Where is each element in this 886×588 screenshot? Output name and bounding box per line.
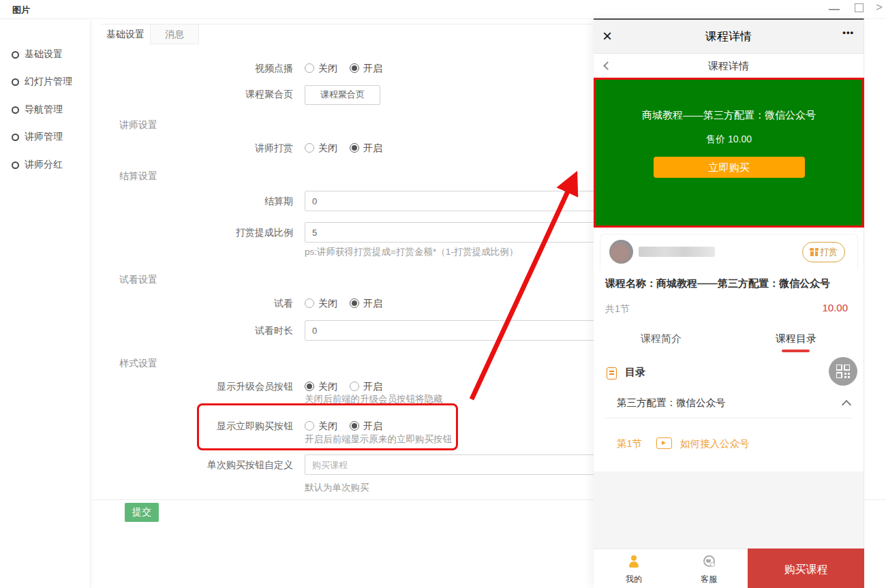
field-label: 显示升级会员按钮 (41, 376, 293, 397)
upgrade-button-note: 关闭后前端的升级会员按钮将隐藏 (305, 392, 443, 406)
sidebar-item-label: 导航管理 (25, 104, 63, 114)
minimize-icon[interactable] (829, 9, 840, 10)
page-navbar: 课程详情 (594, 55, 864, 78)
circle-icon (12, 106, 19, 114)
course-banner: 商城教程——第三方配置：微信公众号 售价 10.00 立即购买 (596, 80, 862, 226)
circle-icon (12, 51, 19, 59)
maximize-icon[interactable] (855, 3, 864, 12)
qrcode-button[interactable] (829, 357, 857, 386)
submit-button[interactable]: 提交 (125, 503, 159, 522)
radio-label: 开启 (363, 420, 382, 431)
tab-course-intro[interactable]: 课程简介 (594, 330, 729, 347)
radio-label: 开启 (363, 298, 382, 309)
radio-label: 开启 (363, 381, 382, 392)
blurred-username (639, 247, 715, 257)
qrcode-icon (836, 365, 850, 378)
course-name: 课程名称：商城教程——第三方配置：微信公众号 (605, 277, 830, 290)
circle-icon (12, 134, 19, 141)
content-tabstrip: 基础设置 消息 (101, 24, 592, 44)
circle-icon (12, 78, 19, 86)
tabbar-label: 我的 (610, 574, 658, 585)
radio-upgrade-off[interactable] (305, 382, 314, 391)
chapter-divider (605, 418, 853, 418)
tabbar-item-service[interactable]: 客服 (685, 549, 733, 588)
lesson-number: 第1节 (617, 437, 642, 450)
radio-reward-on[interactable] (350, 143, 359, 153)
radio-label: 关闭 (318, 63, 337, 74)
radio-buynow-off[interactable] (305, 421, 314, 431)
radio-upgrade-on[interactable] (350, 382, 359, 391)
content-spacer (594, 471, 864, 548)
radio-video-on[interactable] (350, 63, 359, 73)
radio-label: 关闭 (318, 142, 337, 153)
more-icon[interactable]: ••• (842, 27, 854, 37)
chapter-row[interactable]: 第三方配置：微信公众号 (594, 393, 864, 415)
active-tab-underline (782, 350, 810, 352)
buy-button-note: 开启后前端显示原来的立即购买按钮 (305, 433, 452, 446)
tab-basic-settings[interactable]: 基础设置 (101, 25, 150, 44)
wechat-titlebar: × 课程详情 ••• (594, 20, 864, 54)
wechat-title: 课程详情 (594, 20, 864, 54)
radio-reward-off[interactable] (305, 143, 314, 153)
chevron-right-icon[interactable]: > (876, 1, 883, 14)
avatar (609, 240, 633, 264)
phone-tabbar: 我的 客服 购买课程 (594, 548, 864, 588)
field-label: 试看 (41, 293, 293, 313)
banner-course-title: 商城教程——第三方配置：微信公众号 (596, 109, 862, 122)
tabbar-item-mine[interactable]: 我的 (610, 549, 658, 588)
field-label: 显示立即购买按钮 (41, 416, 293, 436)
banner-price: 售价 10.00 (596, 134, 862, 146)
aggregation-page-button[interactable]: 课程聚合页 (305, 85, 380, 105)
section-style-settings: 样式设置 (119, 353, 157, 373)
purchase-course-button[interactable]: 购买课程 (748, 548, 864, 588)
lesson-row[interactable]: 第1节 如何接入公众号 (594, 433, 864, 456)
section-settlement-settings: 结算设置 (119, 166, 157, 186)
radio-label: 关闭 (318, 420, 337, 431)
tab-message[interactable]: 消息 (150, 25, 199, 44)
banner-highlight-box: 商城教程——第三方配置：微信公众号 售价 10.00 立即购买 (594, 78, 864, 228)
page-title: 图片 (12, 4, 30, 16)
teacher-card: 打赏 (600, 234, 858, 270)
user-icon (628, 555, 639, 569)
radio-trial-off[interactable] (305, 298, 314, 308)
reward-ratio-note: ps:讲师获得打赏提成=打赏金额*（1-打赏提成比例） (305, 245, 518, 259)
section-teacher-settings: 讲师设置 (119, 114, 157, 135)
reward-button[interactable]: 打赏 (802, 242, 845, 262)
course-price: 10.00 (822, 302, 848, 313)
field-label: 视频点播 (41, 58, 293, 78)
lesson-count: 共1节 (605, 303, 630, 315)
custom-buy-note: 默认为单次购买 (305, 481, 369, 495)
field-label: 试看时长 (41, 320, 293, 341)
field-label: 单次购买按钮自定义 (41, 454, 293, 475)
radio-label: 关闭 (318, 298, 337, 309)
lesson-title: 如何接入公众号 (680, 437, 750, 450)
field-label: 讲师打赏 (41, 138, 293, 158)
course-tabs: 课程简介 课程目录 (594, 330, 864, 354)
field-label: 打赏提成比例 (41, 222, 293, 243)
sidebar-item-label: 讲师分红 (25, 159, 63, 170)
circle-icon (12, 161, 19, 169)
catalog-header: 目录 (594, 364, 864, 384)
radio-buynow-on[interactable] (350, 421, 359, 431)
chapter-title: 第三方配置：微信公众号 (617, 397, 726, 409)
video-play-icon (656, 437, 672, 449)
headset-icon (703, 555, 715, 567)
radio-video-off[interactable] (305, 63, 314, 73)
tabbar-label: 客服 (685, 574, 733, 585)
chevron-up-icon (842, 400, 851, 409)
field-label: 课程聚合页 (41, 84, 293, 104)
radio-label: 关闭 (318, 381, 337, 392)
radio-trial-on[interactable] (350, 298, 359, 308)
document-icon (607, 367, 617, 380)
gift-icon (810, 248, 819, 256)
window-titlebar: 图片 > (0, 0, 886, 19)
reward-button-label: 打赏 (820, 247, 838, 257)
phone-preview: × 课程详情 ••• 课程详情 商城教程——第三方配置：微信公众号 售价 10.… (594, 18, 864, 588)
field-label: 结算期 (41, 191, 293, 211)
radio-label: 开启 (363, 63, 382, 74)
catalog-title: 目录 (625, 366, 645, 379)
section-trial-settings: 试看设置 (119, 269, 157, 290)
tab-course-catalog[interactable]: 课程目录 (729, 330, 864, 347)
navbar-title: 课程详情 (594, 55, 864, 78)
buy-now-button[interactable]: 立即购买 (654, 157, 805, 178)
